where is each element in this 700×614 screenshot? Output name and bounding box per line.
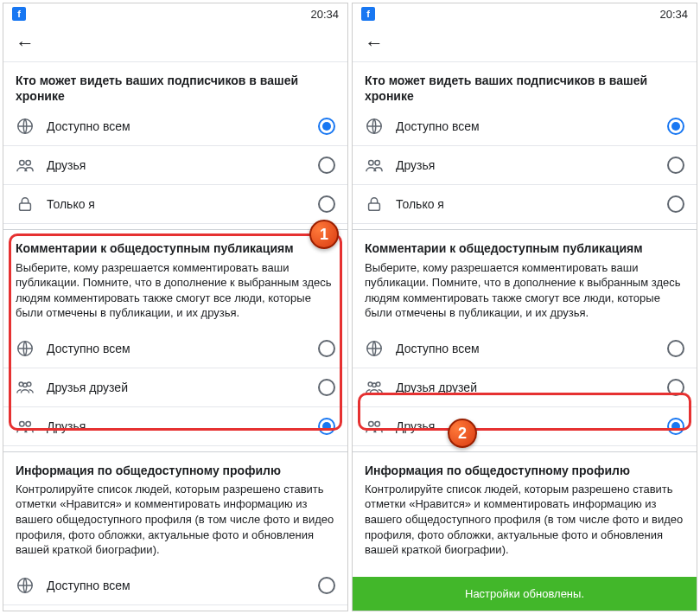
globe-icon <box>365 339 384 358</box>
option-public[interactable]: Доступно всем <box>3 329 347 368</box>
option-label: Друзья <box>396 158 667 172</box>
section-comments-title: Комментарии к общедоступным публикациям <box>353 230 697 259</box>
option-fof[interactable]: Друзья друзей <box>3 368 347 407</box>
option-fof[interactable]: Друзья друзей <box>353 368 697 407</box>
svg-point-9 <box>26 421 30 426</box>
phone-right: f 20:34 ← Кто может видеть ваших подписч… <box>352 3 697 611</box>
svg-point-1 <box>20 161 24 166</box>
section-profileinfo-desc: Контролируйте список людей, которым разр… <box>353 482 697 566</box>
option-label: Доступно всем <box>47 342 318 355</box>
section-profileinfo-title: Информация по общедоступному профилю <box>3 452 347 482</box>
svg-point-8 <box>20 421 24 426</box>
svg-point-19 <box>368 382 372 387</box>
settings-content: Кто может видеть ваших подписчиков в ваш… <box>353 62 697 611</box>
svg-point-23 <box>375 421 380 426</box>
friends-of-friends-icon <box>16 378 35 397</box>
option-label: Доступно всем <box>396 342 667 355</box>
option-onlyme[interactable]: Только я <box>3 185 347 224</box>
facebook-icon: f <box>12 7 26 21</box>
globe-icon <box>16 339 35 358</box>
option-label: Друзья друзей <box>47 381 318 394</box>
option-label: Доступно всем <box>47 119 318 133</box>
option-friends[interactable]: Друзья <box>3 146 347 185</box>
clock: 20:34 <box>310 8 339 21</box>
option-label: Только я <box>47 197 318 211</box>
option-label: Друзья <box>47 158 318 172</box>
radio-icon <box>667 157 684 174</box>
option-public[interactable]: Доступно всем <box>3 107 347 146</box>
svg-point-15 <box>369 161 374 166</box>
toolbar: ← <box>353 24 697 62</box>
option-friends[interactable]: Друзья <box>3 407 347 446</box>
option-onlyme[interactable]: Только я <box>353 185 697 224</box>
section-profileinfo-desc: Контролируйте список людей, которым разр… <box>3 482 347 566</box>
svg-point-20 <box>376 382 380 387</box>
option-friends[interactable]: Друзья <box>353 407 697 446</box>
section-comments-desc: Выберите, кому разрешается комментироват… <box>3 260 347 329</box>
svg-point-6 <box>27 382 31 387</box>
status-bar: f 20:34 <box>3 3 347 24</box>
back-icon[interactable]: ← <box>16 32 35 54</box>
radio-icon <box>318 157 335 174</box>
section-followers-title: Кто может видеть ваших подписчиков в ваш… <box>3 62 347 107</box>
option-friends[interactable]: Друзья <box>353 146 697 185</box>
lock-icon <box>16 195 35 214</box>
option-label: Друзья <box>47 419 318 433</box>
friends-icon <box>16 417 35 436</box>
friends-icon <box>365 156 384 175</box>
radio-icon <box>318 379 335 396</box>
back-icon[interactable]: ← <box>365 32 384 54</box>
section-comments-title: Комментарии к общедоступным публикациям <box>3 230 347 259</box>
svg-point-7 <box>23 383 28 387</box>
settings-content: Кто может видеть ваших подписчиков в ваш… <box>3 62 347 611</box>
toolbar: ← <box>3 24 347 62</box>
radio-icon <box>318 418 335 435</box>
globe-icon <box>365 117 384 136</box>
option-label: Друзья друзей <box>396 381 667 394</box>
svg-point-16 <box>375 161 380 166</box>
section-comments-desc: Выберите, кому разрешается комментироват… <box>353 260 697 329</box>
radio-icon <box>667 340 684 357</box>
option-label: Только я <box>396 197 667 211</box>
phone-left: f 20:34 ← Кто может видеть ваших подписч… <box>3 3 348 611</box>
section-followers-title: Кто может видеть ваших подписчиков в ваш… <box>353 62 697 107</box>
option-fof[interactable]: Друзья друзей <box>3 605 347 611</box>
toast-settings-updated: Настройки обновлены. <box>353 577 697 611</box>
friends-of-friends-icon <box>365 378 384 397</box>
svg-rect-3 <box>20 203 31 210</box>
option-public[interactable]: Доступно всем <box>353 329 697 368</box>
radio-icon <box>318 195 335 213</box>
facebook-icon: f <box>361 7 375 21</box>
radio-icon <box>318 577 335 594</box>
globe-icon <box>16 117 35 136</box>
radio-icon <box>318 118 335 135</box>
option-label: Доступно всем <box>47 579 318 592</box>
globe-icon <box>16 576 35 595</box>
option-public[interactable]: Доступно всем <box>3 566 347 605</box>
status-bar: f 20:34 <box>353 3 697 24</box>
section-profileinfo-title: Информация по общедоступному профилю <box>353 452 697 482</box>
clock: 20:34 <box>659 8 688 21</box>
option-label: Доступно всем <box>396 119 667 133</box>
svg-rect-17 <box>369 203 380 210</box>
radio-icon <box>667 379 684 396</box>
radio-icon <box>667 195 684 213</box>
radio-icon <box>318 340 335 357</box>
svg-point-21 <box>372 383 377 387</box>
lock-icon <box>365 195 384 214</box>
option-label: Друзья <box>396 419 667 433</box>
svg-point-22 <box>369 421 374 426</box>
svg-point-5 <box>19 382 23 387</box>
friends-icon <box>16 156 35 175</box>
friends-icon <box>365 417 384 436</box>
radio-icon <box>667 418 684 435</box>
svg-point-2 <box>26 161 30 166</box>
radio-icon <box>667 118 684 135</box>
option-public[interactable]: Доступно всем <box>353 107 697 146</box>
